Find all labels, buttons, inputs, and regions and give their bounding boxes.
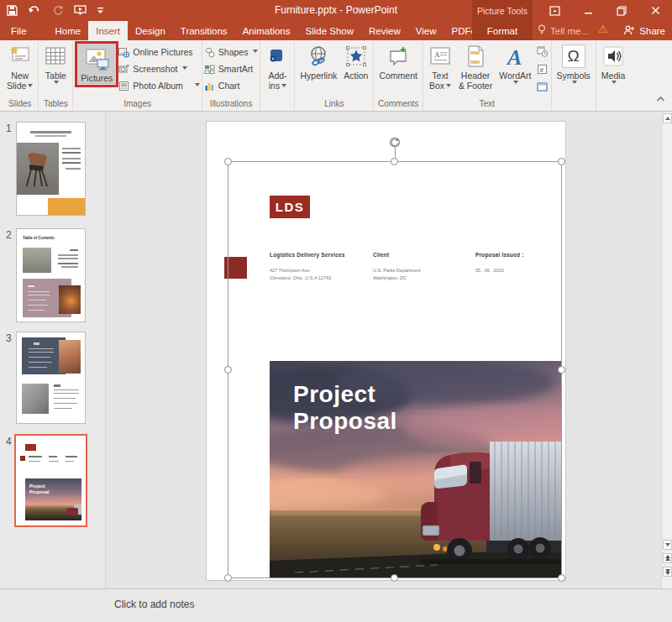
client-column[interactable]: Client U.S. Parks Department Washington,… xyxy=(373,252,465,282)
scroll-up-icon[interactable] xyxy=(663,113,672,123)
slide-1-thumbnail[interactable] xyxy=(17,123,85,215)
pictures-icon xyxy=(85,47,108,71)
dropdown-caret xyxy=(28,84,33,90)
action-label: Action xyxy=(344,71,368,81)
company-column[interactable]: Logistics Delivery Services 427 Thompson… xyxy=(270,252,369,282)
notes-pane[interactable]: Click to add notes xyxy=(0,588,672,622)
slide-title[interactable]: Project Proposal xyxy=(293,381,397,435)
tab-animations[interactable]: Animations xyxy=(235,21,298,40)
warning-icon[interactable]: ⚠ xyxy=(598,23,608,35)
truck-photo[interactable]: Project Proposal xyxy=(270,361,562,578)
hyperlink-label: Hyperlink xyxy=(300,71,337,81)
slide-number-icon[interactable]: # xyxy=(537,63,548,78)
start-slideshow-icon[interactable] xyxy=(74,5,87,16)
tab-design[interactable]: Design xyxy=(128,21,173,40)
tab-insert[interactable]: Insert xyxy=(88,21,128,40)
dropdown-caret xyxy=(513,81,518,86)
tell-me-box[interactable]: Tell me... xyxy=(538,21,589,40)
smartart-button[interactable]: SmartArt xyxy=(204,60,259,77)
next-slide-icon[interactable] xyxy=(663,567,672,577)
addins-button[interactable]: Add- ins xyxy=(262,41,292,91)
slide-editing-area[interactable]: LDS Logistics Delivery Services 427 Thom… xyxy=(207,122,565,580)
vertical-scrollbar[interactable] xyxy=(661,112,672,588)
hyperlink-icon xyxy=(307,44,330,68)
thumbnail-art xyxy=(35,135,66,137)
tab-review[interactable]: Review xyxy=(361,21,408,40)
thumbnail-art xyxy=(28,300,46,301)
minimize-icon[interactable] xyxy=(571,0,605,21)
text-box-button[interactable]: A Text Box xyxy=(425,41,455,91)
group-label-links: Links xyxy=(297,98,371,111)
previous-slide-icon[interactable] xyxy=(663,553,672,563)
slide-2-thumbnail[interactable]: Table of Contents xyxy=(17,229,85,321)
date-time-icon[interactable] xyxy=(537,45,548,60)
tab-slideshow[interactable]: Slide Show xyxy=(298,21,362,40)
group-label-images: Images xyxy=(75,98,199,111)
save-icon[interactable] xyxy=(7,5,18,16)
redo-icon[interactable] xyxy=(53,5,64,16)
smartart-label: SmartArt xyxy=(218,64,253,74)
thumbnail-art xyxy=(58,254,78,256)
header-footer-button[interactable]: Header & Footer xyxy=(455,41,496,91)
photo-album-button[interactable]: Photo Album xyxy=(118,77,200,94)
new-slide-icon xyxy=(8,44,32,68)
symbols-button[interactable]: Ω Symbols xyxy=(554,41,594,86)
thumbnail-art xyxy=(70,249,78,251)
client-details: U.S. Parks Department Washington, DC xyxy=(373,267,465,282)
dropdown-caret xyxy=(446,84,451,90)
scroll-down-icon[interactable] xyxy=(663,540,672,550)
pictures-button[interactable]: Pictures xyxy=(76,43,117,84)
svg-text:#: # xyxy=(539,66,543,74)
group-tables: Table Tables xyxy=(38,41,72,111)
customize-qat-icon[interactable] xyxy=(97,5,104,16)
slide-4-thumbnail[interactable]: ProjectProposal xyxy=(17,436,85,525)
new-slide-button[interactable]: New Slide xyxy=(3,41,36,91)
comment-button[interactable]: Comment xyxy=(375,41,421,81)
collapse-ribbon-icon[interactable] xyxy=(656,91,665,106)
group-label-symbols xyxy=(554,98,594,111)
symbols-label: Symbols xyxy=(557,71,591,81)
group-links: Hyperlink Action Links xyxy=(294,41,373,111)
thumbnail-art xyxy=(29,362,52,363)
pictures-label: Pictures xyxy=(81,73,113,83)
online-pictures-button[interactable]: Online Pictures xyxy=(118,44,200,60)
red-accent-square[interactable] xyxy=(224,257,247,279)
proposal-column[interactable]: Proposal Issued : 05 . 06 . 2019 xyxy=(475,252,559,274)
hyperlink-button[interactable]: Hyperlink xyxy=(297,41,340,81)
thumbnail-art xyxy=(62,158,81,159)
close-icon[interactable] xyxy=(638,0,672,21)
thumbnail-art xyxy=(62,152,81,154)
wordart-button[interactable]: A WordArt xyxy=(496,41,534,86)
undo-icon[interactable] xyxy=(28,5,43,16)
screenshot-button[interactable]: Screenshot xyxy=(118,60,200,77)
lds-logo[interactable]: LDS xyxy=(270,196,310,218)
title-bar: Furniture.pptx - PowerPoint Picture Tool… xyxy=(0,0,672,21)
table-button[interactable]: Table xyxy=(40,41,71,86)
chart-button[interactable]: Chart xyxy=(204,77,259,94)
thumbnail-art xyxy=(30,131,71,133)
slide-canvas[interactable]: LDS Logistics Delivery Services 427 Thom… xyxy=(107,112,661,588)
shapes-icon xyxy=(204,47,215,58)
dropdown-caret xyxy=(54,81,59,86)
share-button[interactable]: Share xyxy=(623,21,665,40)
company-address: 427 Thompson Ave. Cleveland ,Ohio ,U.S.A… xyxy=(270,267,369,282)
tab-transitions[interactable]: Transitions xyxy=(173,21,235,40)
object-icon[interactable] xyxy=(537,81,548,96)
tab-file[interactable]: File xyxy=(0,21,38,40)
ribbon-display-options-icon[interactable] xyxy=(538,0,571,21)
thumbnail-art xyxy=(28,295,50,295)
photo-album-label: Photo Album xyxy=(133,81,183,91)
action-button[interactable]: Action xyxy=(340,41,371,81)
table-label: Table xyxy=(45,71,66,81)
lamp-photo-thumb xyxy=(59,285,81,314)
notes-placeholder[interactable]: Click to add notes xyxy=(114,598,672,610)
shapes-button[interactable]: Shapes xyxy=(204,44,259,60)
tab-view[interactable]: View xyxy=(408,21,444,40)
tab-format[interactable]: Format xyxy=(472,21,533,40)
media-button[interactable]: Media xyxy=(598,41,629,86)
table-icon xyxy=(44,44,67,68)
slide-3-thumbnail[interactable] xyxy=(17,332,85,423)
dropdown-caret xyxy=(182,66,187,72)
restore-icon[interactable] xyxy=(605,0,638,21)
tab-home[interactable]: Home xyxy=(48,21,89,40)
